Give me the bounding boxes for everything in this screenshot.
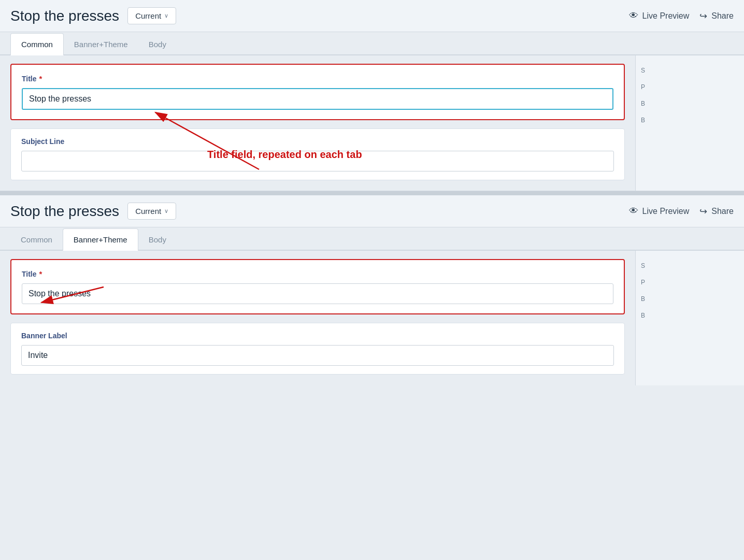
bottom-sidebar-label-p: P: [636, 272, 744, 289]
bottom-current-button[interactable]: Current ∨: [127, 203, 176, 220]
bottom-main-column: Title * Banner Label: [0, 251, 635, 385]
top-header: Stop the presses Current ∨ 👁 Live Previe…: [0, 0, 744, 32]
bottom-section: Stop the presses Current ∨ 👁 Live Previe…: [0, 195, 744, 385]
bottom-header-right: 👁 Live Preview ↪ Share: [629, 206, 734, 217]
bottom-share-label: Share: [711, 207, 734, 216]
top-page-title: Stop the presses: [10, 8, 119, 24]
required-star-bottom: *: [39, 269, 42, 278]
bottom-chevron-down-icon: ∨: [164, 208, 168, 214]
bottom-share-button[interactable]: ↪ Share: [699, 206, 734, 217]
bottom-tabs-bar: Common Banner+Theme Body: [0, 227, 744, 251]
bottom-current-label: Current: [135, 207, 161, 216]
bottom-title-label: Title *: [22, 269, 613, 278]
top-share-button[interactable]: ↪ Share: [699, 10, 734, 22]
top-current-button[interactable]: Current ∨: [127, 7, 176, 24]
bottom-sidebar-label-b2: B: [636, 306, 744, 322]
top-live-preview-button[interactable]: 👁 Live Preview: [629, 10, 690, 21]
top-subject-card: Subject Line: [10, 128, 625, 180]
bottom-banner-label: Banner Label: [21, 332, 614, 340]
tab-banner-theme-top[interactable]: Banner+Theme: [64, 33, 138, 55]
required-star-top: *: [39, 74, 42, 83]
section-divider: [0, 191, 744, 195]
bottom-page-title: Stop the presses: [10, 203, 119, 220]
top-header-right: 👁 Live Preview ↪ Share: [629, 10, 734, 22]
bottom-sidebar-label-b1: B: [636, 289, 744, 306]
bottom-right-sidebar: S P B B: [635, 251, 744, 385]
top-right-sidebar: S P B B: [635, 55, 744, 191]
bottom-title-card: Title *: [10, 259, 625, 314]
bottom-sidebar-label-s: S: [636, 256, 744, 272]
tab-common-top[interactable]: Common: [10, 33, 64, 55]
share-icon: ↪: [699, 10, 707, 22]
bottom-title-input[interactable]: [22, 283, 613, 304]
top-title-input[interactable]: [22, 88, 613, 110]
sidebar-label-p: P: [636, 77, 744, 94]
top-subject-label: Subject Line: [21, 137, 614, 146]
bottom-share-icon: ↪: [699, 206, 707, 217]
top-section: Stop the presses Current ∨ 👁 Live Previe…: [0, 0, 744, 191]
tab-common-bottom[interactable]: Common: [10, 228, 63, 251]
bottom-banner-card: Banner Label: [10, 323, 625, 375]
chevron-down-icon: ∨: [164, 12, 168, 19]
bottom-eye-icon: 👁: [629, 206, 638, 217]
tab-body-top[interactable]: Body: [138, 33, 177, 55]
sidebar-label-b2: B: [636, 110, 744, 127]
tab-banner-theme-bottom[interactable]: Banner+Theme: [63, 228, 138, 251]
bottom-content-wrapper: Title * Banner Label: [0, 251, 744, 385]
sidebar-label-s: S: [636, 61, 744, 77]
top-title-card: Title *: [10, 64, 625, 120]
top-title-label: Title *: [22, 74, 613, 83]
top-tabs-bar: Common Banner+Theme Body: [0, 32, 744, 55]
bottom-live-preview-label: Live Preview: [642, 207, 690, 216]
eye-icon: 👁: [629, 10, 638, 21]
tab-body-bottom[interactable]: Body: [138, 228, 177, 251]
bottom-header: Stop the presses Current ∨ 👁 Live Previe…: [0, 195, 744, 227]
top-content-wrapper: Title * Subject Line: [0, 55, 744, 191]
sidebar-label-b1: B: [636, 94, 744, 110]
top-subject-input[interactable]: [21, 151, 614, 171]
top-main-column: Title * Subject Line: [0, 55, 635, 191]
current-label: Current: [135, 11, 161, 20]
bottom-banner-input[interactable]: [21, 345, 614, 366]
live-preview-label: Live Preview: [642, 11, 690, 21]
share-label: Share: [711, 11, 734, 21]
bottom-live-preview-button[interactable]: 👁 Live Preview: [629, 206, 690, 217]
